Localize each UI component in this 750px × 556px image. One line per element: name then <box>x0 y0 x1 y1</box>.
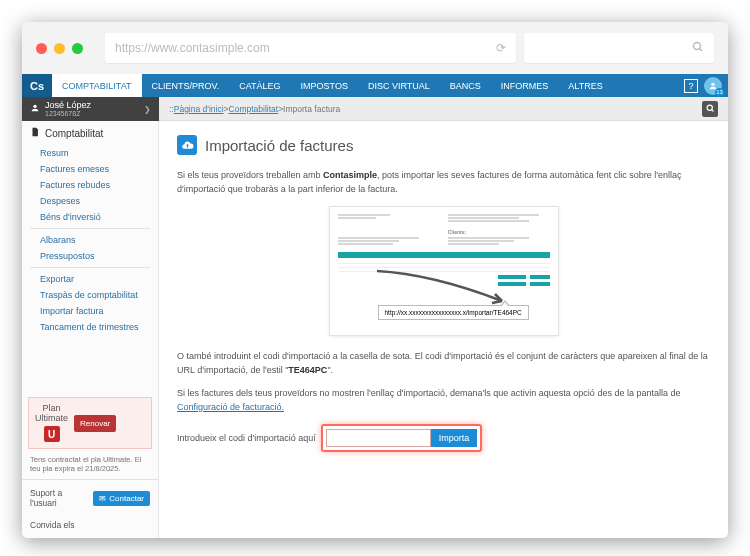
app-window: https://www.contasimple.com ⟳ Cs COMPTAB… <box>22 22 728 538</box>
user-box[interactable]: José López 12345678Z ❯ <box>22 97 159 121</box>
sidebar-item-tancament[interactable]: Tancament de trimestres <box>22 319 158 335</box>
plan-info: Tens contractat el pla Ultimate. El teu … <box>22 455 158 480</box>
url-text: https://www.contasimple.com <box>115 41 270 55</box>
breadcrumb-home[interactable]: Pàgina d'inici <box>174 104 224 114</box>
maximize-icon[interactable] <box>72 43 83 54</box>
input-label: Introdueix el codi d'importació aquí <box>177 433 316 443</box>
main-content: Importació de factures Si els teus prove… <box>159 121 728 538</box>
sidebar-item-despeses[interactable]: Despeses <box>22 193 158 209</box>
import-code-input[interactable] <box>326 429 431 447</box>
svg-line-1 <box>700 49 703 52</box>
sidebar-item-factures-emeses[interactable]: Factures emeses <box>22 161 158 177</box>
sidebar-heading: Comptabilitat <box>22 121 158 145</box>
import-button[interactable]: Importa <box>431 429 478 447</box>
highlight-box: Importa <box>321 424 483 452</box>
refresh-icon[interactable]: ⟳ <box>496 41 506 55</box>
sub-header: José López 12345678Z ❯ :: Pàgina d'inici… <box>22 97 728 121</box>
url-bubble: http://xx.xxxxxxxxxxxxxxxx.x/importar/TE… <box>378 305 529 320</box>
browser-search[interactable] <box>524 33 714 63</box>
config-link[interactable]: Configuració de facturació. <box>177 402 284 412</box>
mail-icon: ✉ <box>99 494 106 503</box>
nav-informes[interactable]: INFORMES <box>491 74 559 97</box>
sidebar-item-pressupostos[interactable]: Pressupostos <box>22 248 158 264</box>
help-icon[interactable]: ? <box>684 79 698 93</box>
plan-badge-icon: U <box>44 426 60 442</box>
notification-badge: 13 <box>715 88 724 97</box>
window-controls <box>36 43 83 54</box>
support-row: Suport a l'usuari ✉ Contactar <box>22 480 158 516</box>
user-id: 12345678Z <box>45 110 91 117</box>
sidebar-item-bens[interactable]: Béns d'inversió <box>22 209 158 225</box>
user-avatar[interactable]: 13 <box>704 77 722 95</box>
brand-logo[interactable]: Cs <box>22 74 52 97</box>
description-2: O també introduint el codi d'importació … <box>177 350 710 377</box>
sidebar-item-albarans[interactable]: Albarans <box>22 232 158 248</box>
document-icon <box>30 127 40 139</box>
arrow-icon <box>372 269 512 309</box>
sidebar-item-exportar[interactable]: Exportar <box>22 271 158 287</box>
minimize-icon[interactable] <box>54 43 65 54</box>
user-name: José López <box>45 101 91 110</box>
top-nav: Cs COMPTABILITAT CLIENTS/PROV. CATÀLEG I… <box>22 74 728 97</box>
support-label: Suport a l'usuari <box>30 488 87 508</box>
invoice-mockup: Clients: <box>329 206 559 336</box>
nav-comptabilitat[interactable]: COMPTABILITAT <box>52 74 142 97</box>
nav-clients[interactable]: CLIENTS/PROV. <box>142 74 230 97</box>
nav-impostos[interactable]: IMPOSTOS <box>291 74 358 97</box>
svg-point-0 <box>694 43 701 50</box>
chevron-right-icon: ❯ <box>144 105 151 114</box>
svg-point-3 <box>33 105 36 108</box>
cloud-upload-icon <box>177 135 197 155</box>
page-title: Importació de factures <box>177 135 710 155</box>
import-input-row: Introdueix el codi d'importació aquí Imp… <box>177 424 710 452</box>
sidebar-item-factures-rebudes[interactable]: Factures rebudes <box>22 177 158 193</box>
divider <box>30 267 150 268</box>
url-bar[interactable]: https://www.contasimple.com ⟳ <box>105 33 516 63</box>
plan-card: Plan Ultimate U Renovar <box>28 397 152 449</box>
browser-bar: https://www.contasimple.com ⟳ <box>22 22 728 74</box>
renew-button[interactable]: Renovar <box>74 415 116 432</box>
sidebar-item-importar[interactable]: Importar factura <box>22 303 158 319</box>
invite-row[interactable]: Convida els <box>22 516 158 538</box>
breadcrumb: :: Pàgina d'inici > Comptabilitat > Impo… <box>159 97 728 121</box>
sidebar-item-traspas[interactable]: Traspàs de comptabilitat <box>22 287 158 303</box>
svg-point-4 <box>707 105 712 110</box>
page-search-icon[interactable] <box>702 101 718 117</box>
search-icon <box>692 39 704 57</box>
breadcrumb-section[interactable]: Comptabilitat <box>229 104 279 114</box>
nav-cataleg[interactable]: CATÀLEG <box>229 74 290 97</box>
nav-disc[interactable]: DISC VIRTUAL <box>358 74 440 97</box>
description-3: Si les factures dels teus proveïdors no … <box>177 387 710 414</box>
svg-line-5 <box>711 110 713 112</box>
breadcrumb-current: Importa factura <box>283 104 340 114</box>
user-icon <box>30 103 40 115</box>
nav-bancs[interactable]: BANCS <box>440 74 491 97</box>
divider <box>30 228 150 229</box>
description-1: Si els teus proveïdors treballen amb Con… <box>177 169 710 196</box>
nav-altres[interactable]: ALTRES <box>558 74 612 97</box>
close-icon[interactable] <box>36 43 47 54</box>
contact-button[interactable]: ✉ Contactar <box>93 491 150 506</box>
svg-point-2 <box>711 82 714 85</box>
sidebar: Comptabilitat Resum Factures emeses Fact… <box>22 121 159 538</box>
sidebar-item-resum[interactable]: Resum <box>22 145 158 161</box>
